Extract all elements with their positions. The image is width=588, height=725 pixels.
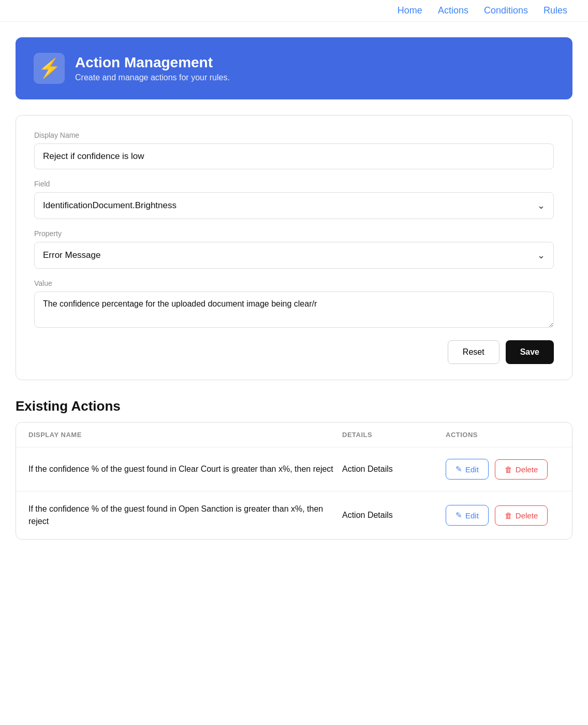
delete-button[interactable]: 🗑 Delete: [495, 505, 548, 526]
table-header: DISPLAY NAME DETAILS ACTIONS: [16, 423, 572, 447]
property-label: Property: [34, 229, 554, 238]
edit-button[interactable]: ✎ Edit: [446, 505, 489, 526]
field-group: Field IdentificationDocument.Brightness …: [34, 180, 554, 219]
col-actions: ACTIONS: [446, 431, 560, 439]
row-action-buttons: ✎ Edit 🗑 Delete: [446, 505, 560, 526]
nav-rules[interactable]: Rules: [543, 5, 567, 16]
hero-subtitle: Create and manage actions for your rules…: [75, 73, 230, 82]
display-name-label: Display Name: [34, 131, 554, 139]
reset-button[interactable]: Reset: [448, 340, 499, 364]
edit-label: Edit: [465, 465, 479, 474]
col-details: DETAILS: [342, 431, 446, 439]
delete-label: Delete: [516, 511, 538, 520]
property-select-value: Error Message: [43, 250, 100, 260]
value-group: Value The confidence percentage for the …: [34, 279, 554, 330]
row-name: If the confidence % of the guest found i…: [28, 503, 342, 528]
existing-actions-table: DISPLAY NAME DETAILS ACTIONS If the conf…: [16, 422, 572, 540]
field-select[interactable]: IdentificationDocument.Brightness ⌄: [34, 192, 554, 219]
edit-icon: ✎: [455, 511, 462, 520]
nav-conditions[interactable]: Conditions: [484, 5, 528, 16]
display-name-input[interactable]: [34, 143, 554, 169]
save-button[interactable]: Save: [506, 340, 554, 364]
delete-button[interactable]: 🗑 Delete: [495, 459, 548, 480]
value-input[interactable]: The confidence percentage for the upload…: [34, 292, 554, 328]
col-display-name: DISPLAY NAME: [28, 431, 342, 439]
row-name: If the confidence % of the guest found i…: [28, 463, 342, 475]
chevron-down-icon: ⌄: [537, 250, 545, 261]
table-row: If the confidence % of the guest found i…: [16, 491, 572, 539]
existing-actions-title: Existing Actions: [16, 398, 572, 414]
trash-icon: 🗑: [505, 465, 512, 474]
delete-label: Delete: [516, 465, 538, 474]
lightning-icon: ⚡: [34, 53, 65, 84]
hero-text: Action Management Create and manage acti…: [75, 54, 230, 82]
row-details: Action Details: [342, 465, 446, 474]
property-group: Property Error Message ⌄: [34, 229, 554, 269]
property-select[interactable]: Error Message ⌄: [34, 242, 554, 269]
action-form: Display Name Field IdentificationDocumen…: [16, 115, 572, 380]
row-action-buttons: ✎ Edit 🗑 Delete: [446, 459, 560, 480]
field-label: Field: [34, 180, 554, 188]
navigation: Home Actions Conditions Rules: [0, 0, 588, 22]
row-details: Action Details: [342, 511, 446, 520]
edit-icon: ✎: [455, 465, 462, 474]
display-name-group: Display Name: [34, 131, 554, 169]
chevron-down-icon: ⌄: [537, 200, 545, 211]
edit-label: Edit: [465, 511, 479, 520]
hero-banner: ⚡ Action Management Create and manage ac…: [16, 37, 572, 99]
edit-button[interactable]: ✎ Edit: [446, 459, 489, 480]
nav-home[interactable]: Home: [398, 5, 422, 16]
nav-actions[interactable]: Actions: [438, 5, 468, 16]
value-label: Value: [34, 279, 554, 287]
hero-title: Action Management: [75, 54, 230, 71]
field-select-value: IdentificationDocument.Brightness: [43, 200, 177, 211]
trash-icon: 🗑: [505, 511, 512, 520]
form-buttons: Reset Save: [34, 340, 554, 364]
table-row: If the confidence % of the guest found i…: [16, 447, 572, 491]
